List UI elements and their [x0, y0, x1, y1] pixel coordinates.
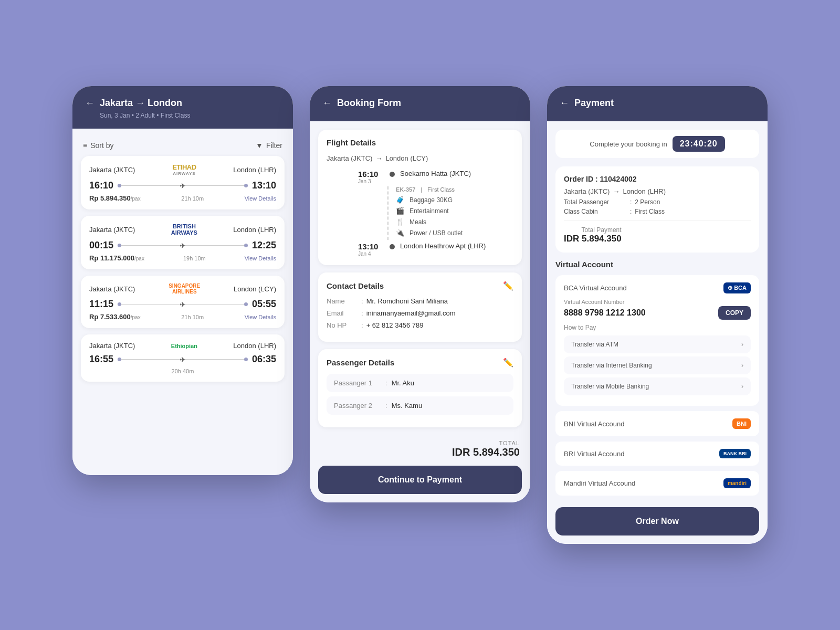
order-route: Jakarta (JKTC) → London (LHR) [564, 187, 751, 195]
passenger-edit-icon[interactable]: ✏️ [503, 358, 513, 368]
to-city-4: London (LHR) [233, 342, 276, 350]
to-city-3: London (LCY) [234, 285, 276, 293]
to-city-1: London (LHR) [233, 166, 276, 174]
arrive-time-2: 12:25 [252, 240, 276, 251]
view-details-1[interactable]: View Details [245, 195, 276, 202]
depart-time-3: 11:15 [89, 299, 113, 310]
screen3-back-arrow[interactable]: ← [560, 98, 569, 109]
continue-to-payment-button[interactable]: Continue to Payment [318, 466, 522, 494]
bni-va-card[interactable]: BNI Virtual Accound BNI [555, 411, 759, 436]
from-city-2: Jakarta (JKTC) [89, 226, 135, 234]
sort-label: Sort by [90, 141, 113, 150]
duration-2: 19h 10m [144, 255, 245, 261]
flight-card-british[interactable]: Jakarta (JKTC) BRITISHAIRWAYS London (LH… [81, 216, 285, 269]
arrive-time-1: 13:10 [252, 180, 276, 191]
filter-icon: ▼ [256, 141, 263, 150]
passenger-1: Passanger 1 : Mr. Aku [327, 374, 513, 392]
price-2: Rp 11.175.000/pax [89, 254, 144, 262]
screen3-payment: ← Payment Complete your booking in 23:40… [547, 86, 768, 544]
contact-phone-row: No HP : + 62 812 3456 789 [327, 321, 513, 329]
passenger-details-title: Passenger Details [327, 358, 394, 367]
airline-logo-ethiopian: Ethiopian [166, 343, 203, 349]
va-number-label: Virtual Account Number [564, 299, 751, 305]
duration-3: 21h 10m [141, 314, 245, 320]
mandiri-logo: mandiri [723, 478, 751, 488]
order-details-card: Order ID : 110424002 Jakarta (JKTC) → Lo… [555, 166, 759, 253]
airline-logo-singapore: SINGAPOREAIRLINES [166, 283, 203, 295]
order-now-button[interactable]: Order Now [555, 507, 759, 536]
arrive-date: Jan 4 [358, 251, 385, 257]
screen2-body: Flight Details Jakarta (JKTC) → London (… [310, 121, 530, 502]
contact-name-row: Name : Mr. Romdhoni Sani Miliana [327, 297, 513, 305]
back-arrow-icon[interactable]: ← [85, 98, 94, 109]
order-class-row: Class Cabin : First Class [564, 208, 751, 215]
depart-airport: Soekarno Hatta (JKTC) [400, 170, 471, 177]
order-passenger-row: Total Passenger : 2 Person [564, 198, 751, 206]
flight-card-etihad[interactable]: Jakarta (JKTC) ETIHAD AIRWAYS London (LH… [81, 156, 285, 209]
flight-card-singapore[interactable]: Jakarta (JKTC) SINGAPOREAIRLINES London … [81, 276, 285, 328]
plane-icon-3: ✈ [180, 300, 186, 309]
passenger-2: Passanger 2 : Ms. Kamu [327, 396, 513, 415]
depart-time-4: 16:55 [89, 354, 113, 365]
arrive-airport: London Heathrow Apt (LHR) [400, 242, 486, 250]
toolbar: ≡ Sort by ▼ Filter [81, 137, 285, 156]
flight-card-ethiopian[interactable]: Jakarta (JKTC) Ethiopian London (LHR) 16… [81, 334, 285, 382]
bri-name: BRI Virtual Accound [564, 450, 624, 458]
plane-icon-2: ✈ [180, 242, 186, 250]
depart-time-2: 00:15 [89, 240, 113, 251]
arrive-time-3: 05:55 [252, 299, 276, 310]
view-details-2[interactable]: View Details [245, 255, 276, 261]
bri-va-card[interactable]: BRI Virtual Accound BANK BRI [555, 442, 759, 466]
contact-edit-icon[interactable]: ✏️ [503, 281, 513, 291]
copy-button[interactable]: COPY [718, 306, 751, 320]
transfer-internet-option[interactable]: Transfer via Internet Banking › [564, 356, 751, 374]
flight-code: EK-357 [396, 186, 415, 193]
bca-va-card[interactable]: BCA Virtual Accound ⊕ BCA Virtual Accoun… [555, 275, 759, 406]
amenity-entertainment: 🎬 Entertainment [396, 207, 513, 215]
transfer-atm-option[interactable]: Transfer via ATM › [564, 335, 751, 353]
sort-button[interactable]: ≡ Sort by [83, 141, 114, 150]
bri-logo: BANK BRI [719, 449, 751, 458]
how-to-pay-label: How to Pay [564, 324, 751, 331]
price-3: Rp 7.533.600/pax [89, 313, 141, 321]
booking-timer: Complete your booking in 23:40:20 [555, 130, 759, 158]
airline-logo-british: BRITISHAIRWAYS [166, 223, 203, 236]
amenity-meals: 🍴 Meals [396, 218, 513, 226]
screen2-title: Booking Form [337, 98, 401, 109]
mandiri-va-card[interactable]: Mandiri Virtual Accound mandiri [555, 471, 759, 496]
order-total-row: Total Payment IDR 5.894.350 [564, 220, 751, 244]
view-details-3[interactable]: View Details [245, 314, 276, 320]
filter-button[interactable]: ▼ Filter [256, 141, 282, 150]
duration-4: 20h 40m [89, 368, 276, 374]
filter-label: Filter [266, 141, 282, 150]
from-city-1: Jakarta (JKTC) [89, 166, 135, 174]
flight-route-header: Jakarta (JKTC) → London (LCY) [327, 154, 513, 162]
plane-icon-1: ✈ [180, 182, 186, 190]
bca-name: BCA Virtual Accound [564, 284, 627, 292]
flight-class: First Class [427, 186, 455, 193]
screen2-back-arrow[interactable]: ← [322, 98, 332, 109]
airline-logo-etihad: ETIHAD AIRWAYS [166, 163, 203, 176]
contact-details-card: Contact Details ✏️ Name : Mr. Romdhoni S… [318, 272, 522, 342]
contact-email-row: Email : ininamanyaemail@gmail.com [327, 309, 513, 317]
flight-details-card: Flight Details Jakarta (JKTC) → London (… [318, 130, 522, 265]
depart-time-1: 16:10 [89, 180, 113, 191]
from-city-4: Jakarta (JKTC) [89, 342, 135, 350]
amenity-baggage: 🧳 Baggage 30KG [396, 196, 513, 204]
contact-details-title: Contact Details [327, 281, 384, 290]
depart-date: Jan 3 [358, 178, 385, 184]
from-city-3: Jakarta (JKTC) [89, 285, 135, 293]
transfer-mobile-option[interactable]: Transfer via Mobile Banking › [564, 377, 751, 395]
virtual-account-section: Virtual Account BCA Virtual Accound ⊕ BC… [555, 260, 759, 496]
price-1: Rp 5.894.350/pax [89, 194, 141, 202]
arrive-time: 13:10 [358, 242, 385, 251]
plane-icon-4: ✈ [180, 355, 186, 364]
flight-details-title: Flight Details [327, 138, 513, 147]
screen3-title: Payment [574, 98, 614, 109]
route-arrow: → [375, 154, 382, 162]
screen2-header: ← Booking Form [310, 86, 530, 121]
screen1-flight-list: ← Jakarta → London Sun, 3 Jan • 2 Adult … [72, 86, 293, 475]
bni-logo: BNI [732, 418, 751, 429]
mandiri-name: Mandiri Virtual Accound [564, 479, 635, 487]
sort-icon: ≡ [83, 141, 87, 150]
